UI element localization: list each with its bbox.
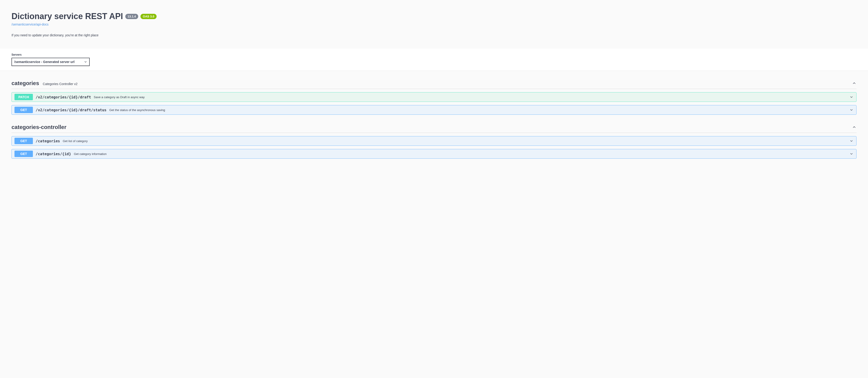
operation-get-category-by-id[interactable]: GET /categories/{id} Get category inform…	[11, 149, 857, 159]
server-select[interactable]: /semanticservice - Generated server url	[11, 58, 90, 66]
method-badge: GET	[14, 138, 33, 144]
chevron-down-icon	[849, 108, 854, 112]
method-badge: GET	[14, 107, 33, 113]
servers-label: Servers	[11, 53, 857, 56]
operation-get-categories[interactable]: GET /categories Get list of category	[11, 136, 857, 146]
method-badge: GET	[14, 151, 33, 157]
chevron-up-icon	[852, 81, 857, 86]
api-docs-link[interactable]: /semanticservice/api-docs	[11, 23, 49, 26]
version-badge: 13.1.4	[125, 14, 138, 19]
page-title: Dictionary service REST API	[11, 11, 123, 21]
operation-patch-categories-draft[interactable]: PATCH /v2/categories/{id}/draft Save a c…	[11, 92, 857, 102]
chevron-down-icon	[849, 139, 854, 143]
operation-summary: Get the status of the asynchronous savin…	[109, 108, 849, 112]
tag-header-categories-controller[interactable]: categories-controller	[11, 124, 857, 133]
tag-header-categories[interactable]: categories Categories Controller v2	[11, 80, 857, 89]
operation-path: /v2/categories/{id}/draft	[36, 95, 91, 99]
tag-section-categories: categories Categories Controller v2 PATC…	[11, 80, 857, 115]
api-description: If you need to update your dictionary, y…	[11, 33, 857, 37]
method-badge: PATCH	[14, 94, 33, 100]
tag-name: categories-controller	[11, 124, 66, 130]
tag-name: categories	[11, 80, 39, 87]
page-header: Dictionary service REST API 13.1.4 OAS 3…	[0, 0, 868, 49]
tag-description: Categories Controller v2	[43, 82, 78, 86]
operation-get-categories-draft-status[interactable]: GET /v2/categories/{id}/draft/status Get…	[11, 105, 857, 115]
operation-summary: Get list of category	[63, 139, 849, 143]
operation-path: /categories	[36, 139, 60, 143]
servers-section: Servers /semanticservice - Generated ser…	[0, 49, 868, 71]
operation-path: /v2/categories/{id}/draft/status	[36, 108, 106, 112]
operation-summary: Save a category as Draft in async way	[94, 95, 849, 99]
chevron-down-icon	[849, 152, 854, 156]
operation-path: /categories/{id}	[36, 152, 71, 156]
operations-content: categories Categories Controller v2 PATC…	[0, 80, 868, 159]
chevron-up-icon	[852, 125, 857, 129]
tag-section-categories-controller: categories-controller GET /categories Ge…	[11, 124, 857, 159]
oas-badge: OAS 3.0	[141, 14, 157, 19]
chevron-down-icon	[849, 95, 854, 99]
operation-summary: Get category information	[74, 152, 849, 156]
